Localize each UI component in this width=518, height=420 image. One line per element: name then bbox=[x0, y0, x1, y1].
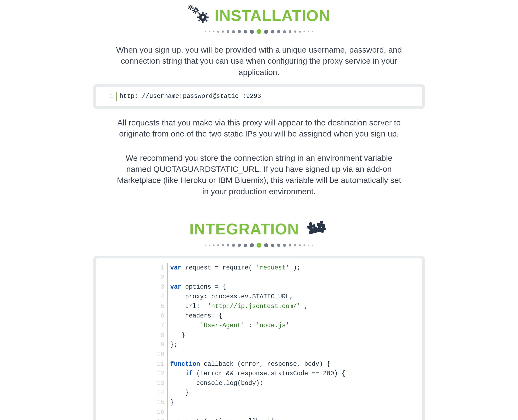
line-number: 12 bbox=[155, 369, 168, 379]
code-content: 'User-Agent' : 'node.js' bbox=[168, 321, 289, 331]
code-content: request (options, callback); bbox=[168, 417, 278, 420]
svg-rect-29 bbox=[205, 13, 207, 15]
code-line: 12 if (!error && response.statusCode == … bbox=[155, 369, 416, 379]
svg-rect-28 bbox=[198, 19, 200, 22]
svg-rect-16 bbox=[193, 7, 195, 9]
svg-point-1 bbox=[190, 6, 191, 8]
puzzle-icon bbox=[304, 218, 329, 239]
svg-point-32 bbox=[312, 227, 313, 228]
line-number: 7 bbox=[155, 321, 168, 331]
code-content bbox=[168, 408, 170, 417]
integration-title: INTEGRATION bbox=[189, 220, 299, 238]
svg-point-21 bbox=[202, 16, 204, 19]
line-number: 8 bbox=[155, 331, 168, 340]
svg-rect-15 bbox=[198, 10, 199, 11]
code-line: 14 } bbox=[155, 388, 416, 398]
code-content: console.log(body); bbox=[168, 379, 263, 388]
line-number: 15 bbox=[155, 398, 168, 408]
code-line: 4 proxy: process.ev.STATIC_URL, bbox=[155, 292, 416, 302]
installation-intro-text: When you sign up, you will be provided w… bbox=[113, 44, 405, 78]
env-var-text: We recommend you store the connection st… bbox=[113, 152, 405, 197]
svg-point-33 bbox=[321, 227, 322, 228]
static-ip-text: All requests that you make via this prox… bbox=[113, 117, 405, 139]
line-number: 1 bbox=[155, 263, 168, 273]
code-line: 1var request = require( 'request' ); bbox=[155, 263, 416, 273]
code-content: } bbox=[168, 398, 174, 408]
connection-string-code: 1http: //username:password@static :9293 bbox=[96, 87, 422, 106]
line-number: 9 bbox=[155, 340, 168, 350]
code-line: 2 bbox=[155, 273, 416, 283]
code-line: 11function callback (error, response, bo… bbox=[155, 360, 416, 369]
svg-rect-13 bbox=[195, 12, 196, 14]
installation-dots-divider bbox=[93, 29, 425, 34]
line-number: 10 bbox=[155, 350, 168, 360]
integration-dots-divider bbox=[93, 243, 425, 248]
code-content: var options = { bbox=[168, 282, 226, 292]
svg-rect-19 bbox=[197, 7, 199, 9]
line-number: 2 bbox=[155, 273, 168, 283]
line-number: 5 bbox=[155, 302, 168, 312]
code-line: 5 url: 'http://ip.jsontest.com/' , bbox=[155, 302, 416, 312]
svg-rect-3 bbox=[190, 9, 191, 10]
svg-point-11 bbox=[195, 9, 197, 11]
code-line: 7 'User-Agent' : 'node.js' bbox=[155, 321, 416, 331]
installation-title: INSTALLATION bbox=[215, 6, 330, 25]
connection-string-code-card: 1http: //username:password@static :9293 bbox=[93, 84, 425, 109]
svg-rect-17 bbox=[197, 12, 199, 13]
svg-rect-6 bbox=[188, 5, 189, 6]
code-content: http: //username:password@static :9293 bbox=[117, 92, 261, 101]
code-content: function callback (error, response, body… bbox=[168, 360, 330, 369]
integration-code-card: 1var request = require( 'request' );23va… bbox=[93, 256, 425, 420]
code-content: var request = require( 'request' ); bbox=[168, 263, 301, 273]
svg-rect-23 bbox=[202, 21, 203, 23]
code-line: 6 headers: { bbox=[155, 311, 416, 321]
svg-rect-18 bbox=[193, 12, 195, 13]
code-content: headers: { bbox=[168, 311, 222, 321]
svg-rect-8 bbox=[188, 8, 189, 9]
svg-rect-22 bbox=[202, 12, 203, 13]
svg-rect-14 bbox=[192, 10, 194, 11]
code-content bbox=[168, 273, 170, 283]
line-number: 4 bbox=[155, 292, 168, 302]
svg-rect-5 bbox=[192, 7, 193, 8]
line-number: 11 bbox=[155, 360, 168, 369]
code-line: 9}; bbox=[155, 340, 416, 350]
code-line: 17 request (options, callback); bbox=[155, 417, 416, 420]
gears-icon bbox=[188, 5, 210, 25]
line-number: 13 bbox=[155, 379, 168, 388]
code-line: 15} bbox=[155, 398, 416, 408]
code-content: }; bbox=[168, 340, 178, 350]
svg-rect-9 bbox=[191, 5, 192, 6]
code-line: 16 bbox=[155, 408, 416, 417]
code-line: 3var options = { bbox=[155, 282, 416, 292]
svg-rect-7 bbox=[192, 8, 193, 9]
line-number: 6 bbox=[155, 311, 168, 321]
svg-rect-24 bbox=[197, 16, 199, 18]
code-line: 1http: //username:password@static :9293 bbox=[104, 92, 416, 101]
svg-rect-4 bbox=[188, 7, 189, 8]
line-number: 1 bbox=[104, 92, 117, 101]
code-content: } bbox=[168, 331, 185, 340]
integration-header: INTEGRATION bbox=[93, 218, 425, 239]
svg-rect-27 bbox=[205, 19, 207, 22]
code-content: proxy: process.ev.STATIC_URL, bbox=[168, 292, 293, 302]
installation-header: INSTALLATION bbox=[93, 5, 425, 25]
svg-rect-26 bbox=[198, 13, 200, 15]
code-line: 8 } bbox=[155, 331, 416, 340]
integration-code: 1var request = require( 'request' );23va… bbox=[96, 258, 422, 420]
code-content: url: 'http://ip.jsontest.com/' , bbox=[168, 302, 308, 312]
code-line: 10 bbox=[155, 350, 416, 360]
svg-rect-25 bbox=[207, 16, 209, 18]
code-content: if (!error && response.statusCode == 200… bbox=[168, 369, 345, 379]
code-line: 13 console.log(body); bbox=[155, 379, 416, 388]
line-number: 3 bbox=[155, 282, 168, 292]
svg-rect-12 bbox=[195, 7, 196, 8]
line-number: 16 bbox=[155, 408, 168, 417]
code-content bbox=[168, 350, 170, 360]
code-content: } bbox=[168, 388, 189, 398]
line-number: 17 bbox=[155, 417, 168, 420]
line-number: 14 bbox=[155, 388, 168, 398]
